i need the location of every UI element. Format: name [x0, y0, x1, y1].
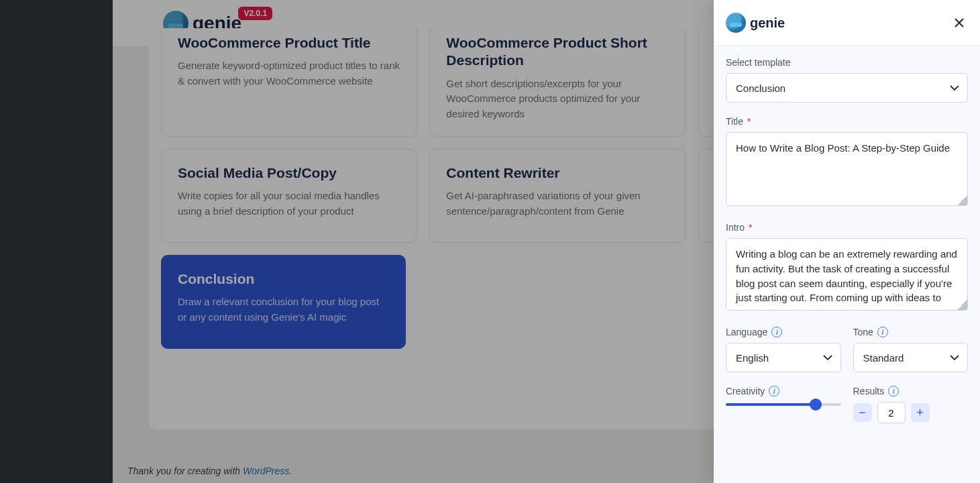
card-title: Content Rewriter: [446, 164, 669, 182]
footer-credit: Thank you for creating with WordPress.: [127, 466, 292, 476]
info-icon[interactable]: i: [877, 327, 888, 337]
language-select[interactable]: English: [726, 343, 841, 372]
chevron-down-icon: [823, 355, 831, 360]
card-desc: Get short descriptions/excerpts for your…: [446, 76, 669, 122]
panel-header: genie: [714, 0, 980, 46]
title-textarea[interactable]: [726, 132, 968, 206]
language-label: Language i: [726, 327, 841, 337]
tone-select[interactable]: Standard: [853, 343, 969, 372]
wordpress-link[interactable]: WordPress: [243, 466, 289, 476]
select-template-label: Select template: [726, 57, 968, 68]
card-title: Conclusion: [178, 270, 389, 288]
panel-logo: genie: [726, 13, 785, 33]
creativity-label: Creativity i: [726, 386, 841, 396]
slider-fill: [726, 403, 816, 406]
genie-side-panel: genie Select template Conclusion Title*: [714, 0, 980, 483]
chevron-down-icon: [950, 85, 958, 91]
card-desc: Draw a relevant conclusion for your blog…: [178, 294, 389, 325]
template-card-social[interactable]: Social Media Post/Copy Write copies for …: [161, 149, 417, 243]
info-icon[interactable]: i: [769, 386, 779, 396]
template-select-value: Conclusion: [736, 83, 785, 94]
template-card-woo-product-title[interactable]: WooCommerce Product Title Generate keywo…: [161, 28, 417, 137]
template-card-conclusion[interactable]: Conclusion Draw a relevant conclusion fo…: [161, 255, 406, 349]
results-stepper: − 2 +: [853, 402, 969, 423]
intro-label: Intro*: [726, 222, 968, 233]
language-value: English: [736, 352, 769, 364]
card-desc: Get AI-paraphrased variations of your gi…: [446, 189, 669, 219]
tone-value: Standard: [863, 352, 904, 364]
decrement-button[interactable]: −: [853, 403, 872, 422]
info-icon[interactable]: i: [888, 386, 899, 396]
creativity-slider[interactable]: [726, 403, 841, 406]
card-title: Social Media Post/Copy: [178, 164, 400, 182]
title-label: Title*: [726, 116, 968, 127]
intro-textarea[interactable]: [726, 238, 968, 311]
brand-name: genie: [750, 15, 785, 31]
genie-logo-icon: [726, 13, 746, 33]
info-icon[interactable]: i: [771, 327, 782, 337]
close-panel-button[interactable]: [950, 14, 968, 32]
increment-button[interactable]: +: [911, 403, 930, 422]
tone-label: Tone i: [853, 327, 969, 337]
card-title: WooCommerce Product Title: [178, 34, 400, 52]
card-title: WooCommerce Product Short Description: [446, 34, 669, 70]
version-badge: V2.0.1: [238, 7, 272, 20]
slider-thumb[interactable]: [810, 398, 822, 411]
card-desc: Generate keyword-optimized product title…: [178, 58, 400, 89]
close-icon: [954, 17, 965, 28]
template-card-rewriter[interactable]: Content Rewriter Get AI-paraphrased vari…: [429, 149, 686, 243]
card-desc: Write copies for all your social media h…: [178, 189, 400, 219]
results-value[interactable]: 2: [877, 402, 906, 423]
chevron-down-icon: [950, 355, 958, 360]
template-card-woo-short-desc[interactable]: WooCommerce Product Short Description Ge…: [429, 28, 686, 137]
wp-admin-sidebar: [0, 0, 113, 483]
template-select[interactable]: Conclusion: [726, 73, 968, 103]
results-label: Results i: [853, 386, 969, 396]
